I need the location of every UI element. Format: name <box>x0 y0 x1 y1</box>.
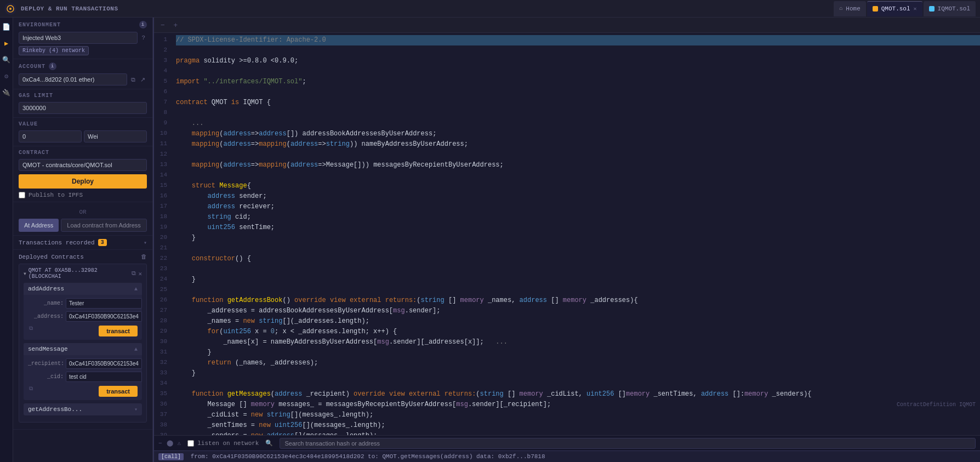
gas-limit-section: GAS LIMIT <box>13 89 152 118</box>
environment-select[interactable]: Injected Web3 <box>19 32 138 44</box>
account-info-icon[interactable]: i <box>49 62 56 70</box>
code-line: 19 uint256 sentTime; <box>154 223 980 233</box>
tab-qmot-label: QMOT.sol <box>881 5 910 12</box>
listen-network-label: listen on network <box>197 440 259 447</box>
bottom-zoom-out-icon[interactable]: − <box>158 440 162 447</box>
code-line: 33 } <box>154 368 980 379</box>
tab-home[interactable]: ⌂ Home <box>834 1 865 16</box>
deploy-button[interactable]: Deploy <box>19 174 147 189</box>
bottom-warning-icon[interactable]: ⚠ <box>178 440 181 447</box>
code-line: 21 <box>154 243 980 254</box>
code-line: 20 } <box>154 233 980 243</box>
function-addaddress: addAddress ▲ _name: _address: <box>24 283 142 340</box>
code-line: 22 constructor() { <box>154 254 980 264</box>
param-cid-input[interactable] <box>66 372 142 382</box>
param-recipient-input[interactable] <box>66 358 142 369</box>
code-container[interactable]: 1 // SPDX-License-Identifier: Apache-2.0… <box>154 33 980 435</box>
close-instance-icon[interactable]: ✕ <box>138 270 142 277</box>
publish-ipfs-label: Publish to IPFS <box>29 192 83 198</box>
clear-contracts-icon[interactable]: 🗑 <box>141 253 147 260</box>
code-area: − + 1 // SPDX-License-Identifier: Apache… <box>154 18 980 462</box>
function-getaddressbook: getAddressBo... ▾ <box>24 403 142 415</box>
code-line: 29 for(uint256 x = 0; x < _addresses.len… <box>154 327 980 337</box>
txn-log-text: from: 0xCa41F0350B90C62153e4ec3c484e1899… <box>191 453 545 460</box>
function-addaddress-expand-icon[interactable]: ▲ <box>134 286 138 292</box>
zoom-out-button[interactable]: − <box>158 20 167 30</box>
top-bar: DEPLOY & RUN TRANSACTIONS ⌂ Home QMOT.so… <box>0 0 980 18</box>
copy-instance-icon[interactable]: ⧉ <box>132 270 136 277</box>
publish-ipfs-checkbox[interactable] <box>19 192 25 198</box>
contract-definition: ContractDefinition IQMOT <box>897 402 976 408</box>
search-txn-input[interactable] <box>280 438 976 449</box>
gas-limit-input[interactable] <box>19 102 147 114</box>
transactions-chevron-icon[interactable]: ▾ <box>144 239 147 246</box>
code-line: 35 function getMessages(address _recipie… <box>154 389 980 400</box>
gas-limit-header: GAS LIMIT <box>19 93 147 99</box>
code-line: 7 contract QMOT is IQMOT { <box>154 98 980 108</box>
link-address-button[interactable]: ↗ <box>139 76 147 84</box>
listen-network-checkbox[interactable] <box>187 440 194 447</box>
environment-help-icon[interactable]: ? <box>140 34 147 42</box>
addaddress-transact-button[interactable]: transact <box>99 326 138 336</box>
code-line: 3 pragma solidity >=0.8.0 <0.9.0; <box>154 56 980 66</box>
sendmessage-copy-icon[interactable]: ⧉ <box>28 385 34 393</box>
value-header: VALUE <box>19 121 147 127</box>
function-sendmessage-expand-icon[interactable]: ▲ <box>134 346 138 352</box>
tab-qmot[interactable]: QMOT.sol ✕ <box>867 1 922 16</box>
code-line: 17 address reciever; <box>154 202 980 212</box>
sendmessage-transact-button[interactable]: transact <box>99 386 138 397</box>
contract-select[interactable]: QMOT - contracts/core/QMOT.sol <box>19 159 147 171</box>
code-line: 16 address sender; <box>154 191 980 202</box>
contract-instance-name: QMOT AT 0XA5B...32982 (BLOCKCHAI <box>29 267 132 280</box>
param-recipient-label: _recipient: <box>28 361 64 367</box>
close-icon[interactable]: ✕ <box>914 5 917 12</box>
expand-instance-icon[interactable]: ▼ <box>24 271 26 276</box>
account-select[interactable]: 0xCa4...8d202 (0.01 ether) <box>19 73 127 85</box>
zoom-in-button[interactable]: + <box>172 20 180 30</box>
sol-icon <box>873 6 878 12</box>
code-line: 25 <box>154 285 980 295</box>
tab-iqmot[interactable]: IQMOT.sol <box>924 1 976 16</box>
function-getaddressbook-expand-icon[interactable]: ▾ <box>134 406 138 413</box>
environment-info-icon[interactable]: i <box>139 21 147 28</box>
bottom-debug-icon[interactable]: ⬤ <box>167 440 173 447</box>
transactions-label: Transactions recorded <box>19 239 95 246</box>
code-line: 31 } <box>154 347 980 358</box>
code-line: 15 struct Message{ <box>154 181 980 191</box>
contract-header: CONTRACT <box>19 150 147 156</box>
search-txn-icon[interactable]: 🔍 <box>265 440 273 447</box>
code-line: 10 mapping(address=>address[]) addressBo… <box>154 129 980 139</box>
function-copy-icon[interactable]: ⧉ <box>28 324 34 333</box>
code-line: 18 string cid; <box>154 212 980 223</box>
function-sendmessage: sendMessage ▲ _recipient: _cid: <box>24 343 142 400</box>
settings-icon[interactable]: ⚙ <box>2 71 12 81</box>
code-line: 24 } <box>154 275 980 285</box>
transactions-section: Transactions recorded 3 ▾ <box>13 236 152 250</box>
value-label: VALUE <box>19 121 38 127</box>
account-section: ACCOUNT i 0xCa4...8d202 (0.01 ether) ⧉ ↗ <box>13 59 152 89</box>
plugin-icon[interactable]: 🔌 <box>2 88 12 98</box>
code-line: 1 // SPDX-License-Identifier: Apache-2.0 <box>154 35 980 45</box>
contract-label: CONTRACT <box>19 150 49 156</box>
environment-header: ENVIRONMENT i <box>19 21 147 28</box>
app-title: DEPLOY & RUN TRANSACTIONS <box>21 5 831 12</box>
tab-home-label: Home <box>846 5 860 12</box>
deploy-icon[interactable]: ▶ <box>2 38 12 48</box>
code-line: 27 _addresses = addressBookAddressesByUs… <box>154 306 980 316</box>
value-unit-select[interactable]: Wei <box>84 130 147 142</box>
gas-limit-label: GAS LIMIT <box>19 93 53 99</box>
value-input[interactable] <box>19 130 82 142</box>
transactions-count: 3 <box>98 239 107 246</box>
value-section: VALUE Wei <box>13 118 152 146</box>
code-line: 38 _sentTimes = new uint256[](messages_.… <box>154 420 980 431</box>
code-line: 4 <box>154 66 980 77</box>
copy-address-button[interactable]: ⧉ <box>129 76 137 84</box>
files-icon[interactable]: 📄 <box>2 22 12 32</box>
code-line: 6 <box>154 87 980 98</box>
param-address-input[interactable] <box>66 311 142 322</box>
load-contract-button[interactable]: Load contract from Address <box>61 219 147 232</box>
code-line: 8 <box>154 108 980 118</box>
at-address-button[interactable]: At Address <box>19 219 59 232</box>
search-icon[interactable]: 🔍 <box>2 55 12 65</box>
param-name-input[interactable] <box>66 298 142 309</box>
